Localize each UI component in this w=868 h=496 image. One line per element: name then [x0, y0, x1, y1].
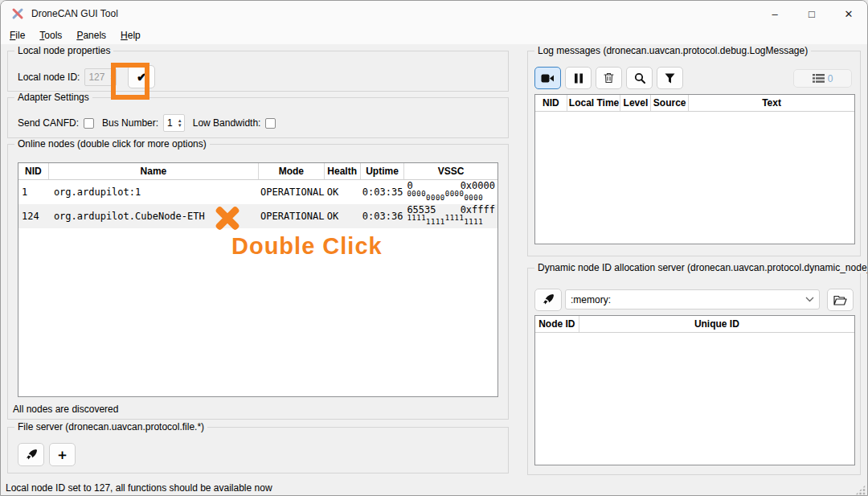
- col-nid: NID: [535, 95, 567, 111]
- cell-mode: OPERATIONAL: [259, 204, 325, 228]
- alloc-table: Node ID Unique ID: [534, 315, 855, 465]
- filter-funnel-icon: [665, 73, 675, 84]
- menu-panels[interactable]: Panels: [69, 28, 113, 43]
- chevron-down-icon: [805, 297, 814, 302]
- node-row-124[interactable]: 124 org.ardupilot.CubeNode-ETH OPERATION…: [18, 204, 497, 228]
- send-canfd-label: Send CANFD:: [18, 117, 79, 129]
- online-nodes-table: NID Name Mode Health Uptime VSSC 1 org.a…: [18, 162, 498, 397]
- col-text: Text: [689, 95, 854, 111]
- cell-mode: OPERATIONAL: [259, 180, 325, 204]
- cell-uptime: 0:03:36: [361, 204, 405, 228]
- log-table-header: NID Local Time Level Source Text: [535, 95, 854, 112]
- col-unique-id: Unique ID: [579, 316, 854, 332]
- group-title: Online nodes (double click for more opti…: [14, 138, 210, 150]
- bus-number-label: Bus Number:: [102, 117, 158, 129]
- double-click-annotation: Double Click: [231, 233, 383, 260]
- cell-name: org.ardupilot:1: [49, 180, 259, 204]
- window-title: DroneCAN GUI Tool: [31, 8, 118, 19]
- cell-health: OK: [325, 180, 361, 204]
- list-icon: [813, 74, 825, 83]
- close-button[interactable]: ✕: [830, 1, 867, 27]
- file-server-start-button[interactable]: [18, 443, 44, 466]
- search-icon: [634, 72, 645, 84]
- group-local-node-properties: Local node properties Local node ID: 127…: [7, 51, 509, 92]
- highlight-rectangle-annotation: [111, 63, 149, 100]
- group-title: Adapter Settings: [14, 92, 92, 103]
- col-vssc: VSSC: [404, 163, 497, 179]
- local-node-id-label: Local node ID:: [18, 72, 80, 83]
- local-node-id-value: 127: [85, 69, 108, 85]
- log-count: 0: [828, 73, 833, 84]
- col-local-time: Local Time: [567, 95, 621, 111]
- cell-nid: 1: [18, 180, 49, 204]
- col-name: Name: [49, 163, 259, 179]
- log-clear-button[interactable]: [596, 67, 622, 89]
- main-content: Local node properties Local node ID: 127…: [1, 44, 867, 479]
- pause-icon: [574, 73, 583, 84]
- menu-help[interactable]: Help: [113, 28, 148, 43]
- group-adapter-settings: Adapter Settings Send CANFD: Bus Number:…: [7, 97, 509, 138]
- cell-health: OK: [325, 204, 361, 228]
- alloc-server-start-button[interactable]: [534, 289, 562, 311]
- spinner-arrows-icon[interactable]: ▲▼: [176, 115, 184, 131]
- folder-open-icon: [833, 295, 847, 305]
- group-dynamic-node-id-server: Dynamic node ID allocation server (drone…: [527, 268, 861, 475]
- log-counter-button[interactable]: 0: [793, 69, 852, 88]
- col-nid: NID: [18, 163, 49, 179]
- group-online-nodes: Online nodes (double click for more opti…: [7, 144, 509, 420]
- rocket-icon: [542, 293, 555, 306]
- log-messages-table: NID Local Time Level Source Text: [534, 94, 855, 244]
- group-title: Log messages (dronecan.uavcan.protocol.d…: [534, 45, 811, 56]
- title-bar: DroneCAN GUI Tool – □ ✕: [1, 1, 867, 27]
- col-node-id: Node ID: [535, 316, 579, 332]
- video-camera-icon: [541, 73, 555, 84]
- cell-nid: 124: [18, 204, 49, 228]
- plus-icon: ＋: [55, 445, 69, 464]
- low-bandwidth-label: Low Bandwidth:: [193, 117, 261, 129]
- col-mode: Mode: [259, 163, 325, 179]
- x-mark-annotation: [214, 204, 241, 232]
- group-file-server: File server (dronecan.uavcan.protocol.fi…: [7, 427, 509, 473]
- group-title: Local node properties: [14, 45, 113, 56]
- app-window: DroneCAN GUI Tool – □ ✕ File Tools Panel…: [0, 0, 868, 496]
- menu-file[interactable]: File: [2, 28, 32, 43]
- send-canfd-checkbox[interactable]: [84, 118, 94, 129]
- bus-number-value: 1: [164, 115, 176, 131]
- minimize-button[interactable]: –: [756, 1, 793, 27]
- menu-bar: File Tools Panels Help: [1, 27, 867, 44]
- alloc-open-file-button[interactable]: [827, 289, 854, 311]
- log-record-button[interactable]: [534, 67, 561, 89]
- col-uptime: Uptime: [361, 163, 405, 179]
- rocket-icon: [25, 449, 38, 461]
- log-filter-button[interactable]: [657, 67, 683, 89]
- online-nodes-header: NID Name Mode Health Uptime VSSC: [18, 163, 497, 180]
- alloc-db-combobox[interactable]: :memory:: [565, 289, 820, 309]
- group-title: File server (dronecan.uavcan.protocol.fi…: [14, 421, 207, 432]
- group-title: Dynamic node ID allocation server (drone…: [534, 262, 868, 273]
- col-health: Health: [325, 163, 361, 179]
- status-message: Local node ID set to 127, all functions …: [6, 482, 272, 494]
- cell-vssc: 00x0000 0000000000000000: [404, 180, 497, 204]
- cell-uptime: 0:03:35: [361, 180, 405, 204]
- alloc-db-value: :memory:: [571, 294, 611, 305]
- node-row-1[interactable]: 1 org.ardupilot:1 OPERATIONAL OK 0:03:35…: [18, 180, 497, 204]
- status-bar: Local node ID set to 127, all functions …: [1, 479, 867, 496]
- log-search-button[interactable]: [626, 67, 653, 89]
- resize-grip[interactable]: [855, 485, 866, 495]
- col-level: Level: [620, 95, 651, 111]
- group-log-messages: Log messages (dronecan.uavcan.protocol.d…: [527, 51, 861, 256]
- col-source: Source: [651, 95, 689, 111]
- maximize-button[interactable]: □: [793, 1, 830, 27]
- nodes-discovered-status: All nodes are discovered: [13, 404, 118, 415]
- alloc-table-header: Node ID Unique ID: [535, 316, 854, 333]
- bus-number-spinner[interactable]: 1 ▲▼: [163, 114, 185, 132]
- trash-icon: [604, 72, 614, 84]
- log-pause-button[interactable]: [565, 67, 592, 89]
- cell-vssc: 655350xffff 1111111111111111: [404, 204, 497, 228]
- file-server-add-path-button[interactable]: ＋: [49, 443, 76, 466]
- menu-tools[interactable]: Tools: [32, 28, 69, 43]
- dronecan-logo-icon: [11, 7, 24, 20]
- low-bandwidth-checkbox[interactable]: [265, 118, 276, 129]
